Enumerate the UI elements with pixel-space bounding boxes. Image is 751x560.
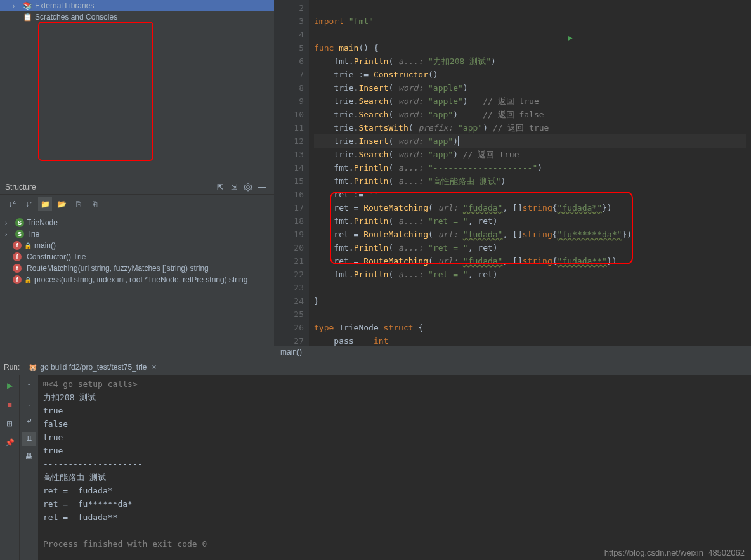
struct-item-trienode[interactable]: › S TrieNode [0,217,274,228]
console-line: true [43,431,746,444]
collapse-icon[interactable]: ⇲ [227,180,241,194]
editor-panel: 2345678910111213141516171819202122232425… [274,0,751,360]
down-icon[interactable]: ↓ [22,396,36,410]
func-badge-icon: f [13,275,22,284]
scratches-consoles[interactable]: 📋 Scratches and Consoles [0,11,274,23]
run-tab[interactable]: 🐹 go build fd2/pro_test/test75_trie × [25,361,160,373]
expand-icon[interactable]: ⇱ [213,180,227,194]
minimize-icon[interactable]: — [255,180,269,194]
lock-icon: 🔒 [24,277,32,283]
left-panel: › 📚 External Libraries 📋 Scratches and C… [0,0,274,360]
print-icon[interactable]: 🖶 [22,450,36,464]
stop-icon[interactable]: ■ [3,398,16,412]
structure-panel: Structure ⇱ ⇲ — ↓ᴬ ↓ᶻ 📁 📂 ⎘ ⎗ › S TrieNo… [0,179,274,353]
tree-label: External Libraries [35,1,94,10]
project-tree: › 📚 External Libraries 📋 Scratches and C… [0,0,274,179]
console-line: false [43,417,746,431]
console-output[interactable]: ⊞<4 go setup calls> 力扣208 测试 true false … [38,375,751,560]
scroll-icon[interactable]: ⇊ [22,432,36,446]
chevron-right-icon: › [5,219,13,226]
struct-item-process[interactable]: f 🔒 process(url string, index int, root … [0,274,274,285]
go-icon: 🐹 [29,363,37,372]
run-label: Run: [4,363,20,372]
struct-label: Trie [27,230,39,238]
run-toolbar-secondary: ↑ ↓ ⤶ ⇊ 🖶 [19,375,38,560]
struct-label: process(url string, index int, root *Tri… [34,275,247,284]
func-badge-icon: f [13,241,22,250]
up-icon[interactable]: ↑ [22,379,36,393]
console-line: ret = fudada* [43,484,746,497]
struct-label: RouteMatching(url string, fuzzyMatches [… [27,264,209,273]
external-libraries[interactable]: › 📚 External Libraries [0,0,274,11]
struct-label: TrieNode [27,218,58,227]
chevron-right-icon: › [13,3,20,10]
rerun-icon[interactable]: ▶ [3,379,16,393]
gear-icon[interactable] [241,180,255,194]
structure-header: Structure ⇱ ⇲ — [0,179,274,195]
scrollbar[interactable] [0,353,274,360]
struct-label: Constructor() Trie [27,252,86,261]
console-line: true [43,404,746,417]
code-token: "fmt" [349,16,374,26]
library-icon: 📚 [23,1,32,10]
func-badge-icon: f [13,252,22,261]
show-fields-icon[interactable]: 📁 [38,197,52,211]
code-token: import [314,16,344,26]
scratches-icon: 📋 [23,13,32,22]
tree-label: Scratches and Consoles [35,13,117,22]
code-area[interactable]: import "fmt" func main() { fmt.Println( … [309,0,751,346]
sort-alpha-icon[interactable]: ↓ᴬ [5,197,19,211]
lock-icon: 🔒 [24,242,32,249]
line-gutter: 2345678910111213141516171819202122232425… [274,0,309,346]
close-icon[interactable]: × [152,363,156,372]
func-badge-icon: f [13,264,22,273]
structure-list: › S TrieNode › S Trie f 🔒 main() f [0,214,274,288]
show-methods-icon[interactable]: 📂 [55,197,69,211]
struct-item-routematching[interactable]: f RouteMatching(url string, fuzzyMatches… [0,263,274,274]
console-line: true [43,444,746,457]
structure-title: Structure [5,183,213,192]
autoscroll-from-icon[interactable]: ⎗ [88,197,101,211]
struct-badge-icon: S [15,230,24,238]
console-line: ret = fudada** [43,511,746,524]
struct-item-main[interactable]: f 🔒 main() [0,240,274,251]
run-header: Run: 🐹 go build fd2/pro_test/test75_trie… [0,360,751,375]
run-toolbar: ▶ ■ ⊞ 📌 [0,375,19,560]
code-editor[interactable]: 2345678910111213141516171819202122232425… [274,0,751,346]
console-line: 力扣208 测试 [43,391,746,404]
struct-badge-icon: S [15,218,24,227]
sort-visibility-icon[interactable]: ↓ᶻ [22,197,36,211]
autoscroll-icon[interactable]: ⎘ [71,197,85,211]
run-panel: Run: 🐹 go build fd2/pro_test/test75_trie… [0,360,751,560]
run-tab-label: go build fd2/pro_test/test75_trie [40,363,147,372]
structure-toolbar: ↓ᴬ ↓ᶻ 📁 📂 ⎘ ⎗ [0,195,274,214]
chevron-right-icon: › [5,231,13,238]
pin-icon[interactable]: 📌 [3,436,16,450]
watermark: https://blog.csdn.net/weixin_48502062 [604,548,745,557]
console-line: ret = fu******da* [43,497,746,511]
console-line: 高性能路由 测试 [43,471,746,484]
struct-item-trie[interactable]: › S Trie [0,228,274,240]
layout-icon[interactable]: ⊞ [3,417,16,431]
struct-item-constructor[interactable]: f Constructor() Trie [0,251,274,263]
breadcrumb[interactable]: main() [274,346,751,360]
console-line: -------------------- [43,457,746,471]
wrap-icon[interactable]: ⤶ [22,414,36,428]
struct-label: main() [34,241,56,250]
